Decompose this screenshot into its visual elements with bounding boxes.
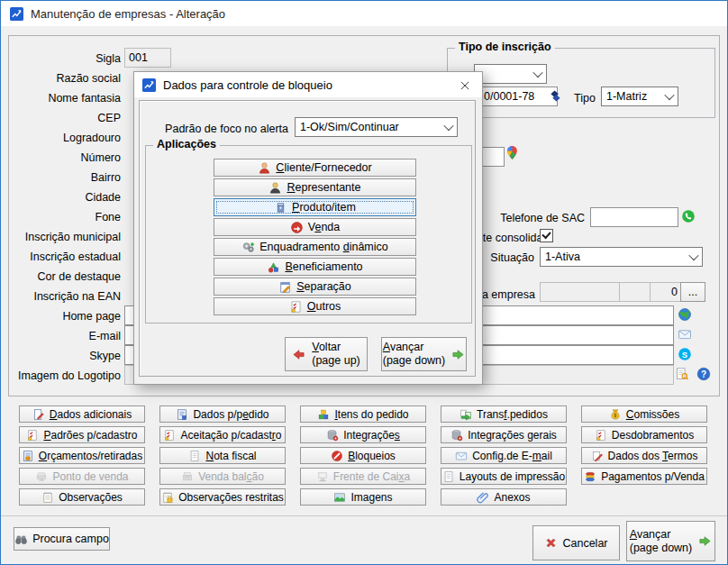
- doc-orange-icon: [22, 450, 34, 462]
- situacao-select[interactable]: 1-Ativa: [540, 247, 703, 267]
- database-icon: [326, 429, 339, 442]
- label-razao-social: Razão social: [4, 71, 121, 86]
- app-button-cliente-fornecedor[interactable]: Cliente/Fornecedor: [214, 159, 416, 177]
- grid-button-itens-do-pedido[interactable]: Itens do pedido: [300, 406, 426, 423]
- checklist-icon: [26, 429, 39, 442]
- help-icon[interactable]: [696, 367, 711, 381]
- empresa-ellipsis-button[interactable]: ...: [680, 282, 705, 302]
- footer-bar: Procura campo Cancelar Avançar (page dow…: [1, 515, 727, 565]
- window-title: Manutenção de empresas - Alteração: [31, 7, 225, 21]
- envelope-icon: [455, 450, 468, 462]
- label-inscricao-municipal: Inscrição municipal: [4, 230, 121, 244]
- sale-icon: [290, 221, 304, 234]
- customer-supplier-icon: [258, 161, 271, 175]
- grid-button-comissoes[interactable]: Comissões: [581, 406, 707, 423]
- section-buttons-grid: Dados adicionais Dados p/pedido Itens do…: [19, 406, 707, 506]
- app-button-produto-item[interactable]: Produto/item: [214, 198, 416, 216]
- checklist-icon: [163, 429, 176, 442]
- grid-button-orcamentos-retiradas[interactable]: Orçamentos/retiradas: [19, 447, 145, 464]
- focus-default-select[interactable]: 1-Ok/Sim/Continuar: [295, 117, 458, 137]
- register-icon: [316, 470, 329, 483]
- label-cor-de-destaque: Cor de destaque: [4, 269, 121, 284]
- procura-campo-button[interactable]: Procura campo: [14, 527, 110, 551]
- voltar-page-up-button[interactable]: Voltar (page up): [285, 337, 368, 371]
- skype-icon[interactable]: [678, 347, 692, 361]
- cancelar-button[interactable]: Cancelar: [532, 525, 620, 560]
- grid-button-pagamentos-p-venda[interactable]: Pagamentos p/Venda: [581, 468, 707, 485]
- label-logradouro: Logradouro: [4, 131, 121, 145]
- image-icon: [333, 491, 346, 504]
- app-button-beneficiamento[interactable]: Beneficiamento: [214, 258, 416, 276]
- empresa-field-1[interactable]: [540, 282, 621, 302]
- app-button-representante[interactable]: Representante: [214, 178, 416, 196]
- sac-label: Telefone de SAC: [469, 211, 585, 225]
- app-button-separacao[interactable]: Separação: [214, 278, 416, 296]
- grid-button-padroes-p-cadastro[interactable]: Padrões p/cadastro: [19, 426, 145, 443]
- label-home-page: Home page: [4, 309, 121, 324]
- label-nome-fantasia: Nome fantasia: [4, 91, 121, 105]
- pencil-red-icon: [591, 450, 604, 462]
- label-sigla: Sigla: [4, 51, 121, 66]
- label-numero: Número: [4, 150, 121, 165]
- image-preview-icon[interactable]: [675, 367, 689, 381]
- label-cidade: Cidade: [4, 190, 121, 205]
- grid-button-imagens[interactable]: Imagens: [300, 488, 426, 506]
- globe-icon[interactable]: [678, 307, 692, 322]
- grid-button-bloqueios[interactable]: Bloqueios: [300, 447, 426, 464]
- product-icon: [274, 201, 287, 214]
- grid-button-ponto-de-venda: Ponto de venda: [19, 468, 145, 485]
- email-icon[interactable]: [678, 327, 692, 342]
- gears-icon: [241, 241, 255, 254]
- grid-button-nota-fiscal[interactable]: Nota fiscal: [159, 447, 286, 464]
- whatsapp-icon[interactable]: [681, 209, 696, 223]
- empresa-field-2[interactable]: [619, 282, 651, 302]
- app-button-enquadramento-dinamico[interactable]: Enquadramento dinâmico: [214, 238, 416, 256]
- sac-input[interactable]: [590, 207, 678, 227]
- chevron-down-icon: [661, 87, 678, 105]
- label-email: E-mail: [4, 329, 121, 343]
- label-cep: CEP: [4, 111, 121, 125]
- dialog-close-button[interactable]: [455, 77, 475, 95]
- grid-button-config-de-email[interactable]: Config.de E-mail: [441, 447, 567, 464]
- app-button-outros[interactable]: Outros: [214, 297, 416, 315]
- transfer-icon: [460, 408, 472, 421]
- grid-button-dados-p-pedido[interactable]: Dados p/pedido: [159, 406, 286, 423]
- pos-icon: [35, 470, 48, 483]
- notepad-icon: [41, 491, 54, 504]
- google-maps-pin-icon[interactable]: [505, 144, 520, 161]
- label-bairro: Bairro: [4, 170, 121, 185]
- app-icon: [10, 7, 23, 21]
- document-icon: [442, 470, 455, 483]
- grid-button-venda-balcao: Venda balcão: [159, 468, 286, 485]
- page-blue-icon: [176, 408, 188, 421]
- aplicacoes-group-label: Aplicações: [153, 138, 220, 150]
- grid-button-observacoes-restritas[interactable]: Observações restritas: [159, 488, 286, 506]
- tipo-inscricao-group-label: Tipo de inscrição: [455, 41, 555, 53]
- grid-button-aceitacao-p-cadastro[interactable]: Aceitação p/cadastro: [159, 426, 286, 443]
- grid-button-desdobramentos[interactable]: Desdobramentos: [581, 426, 707, 443]
- sigla-field[interactable]: 001: [124, 48, 171, 68]
- main-window: Manutenção de empresas - Alteração Sigla…: [0, 0, 728, 565]
- consolidar-checkbox[interactable]: [540, 229, 553, 242]
- tipo-select[interactable]: 1-Matriz: [601, 87, 678, 106]
- blocking-control-dialog: Dados para controle de bloqueio Padrão d…: [133, 71, 483, 385]
- inscricao-type-select[interactable]: [474, 64, 547, 84]
- grid-button-dados-adicionais[interactable]: Dados adicionais: [19, 406, 145, 423]
- grid-button-integracoes-gerais[interactable]: Integrações gerais: [441, 426, 567, 443]
- grid-button-dados-dos-termos[interactable]: Dados dos Termos: [581, 447, 707, 464]
- grid-button-transf-pedidos[interactable]: Transf.pedidos: [441, 406, 567, 423]
- chevron-down-icon: [441, 118, 457, 136]
- close-icon: [460, 80, 469, 91]
- database-icon: [450, 429, 463, 442]
- grid-button-observacoes[interactable]: Observações: [19, 488, 145, 506]
- grid-empty-cell: [581, 488, 707, 506]
- grid-button-anexos[interactable]: Anexos: [441, 488, 567, 506]
- app-button-venda[interactable]: Venda: [214, 218, 416, 236]
- cnpj-field[interactable]: 0/0001-78: [471, 87, 558, 106]
- grid-button-integracoes[interactable]: Integrações: [300, 426, 426, 443]
- avancar-page-down-button[interactable]: Avançar (page down): [626, 521, 715, 561]
- empresa-count-field[interactable]: 0: [650, 282, 682, 302]
- tipo-label: Tipo: [574, 91, 596, 105]
- avancar-page-down-dialog-button[interactable]: Avançar (page down): [381, 337, 467, 371]
- grid-button-layouts-de-impressao[interactable]: Layouts de impressão: [441, 468, 567, 485]
